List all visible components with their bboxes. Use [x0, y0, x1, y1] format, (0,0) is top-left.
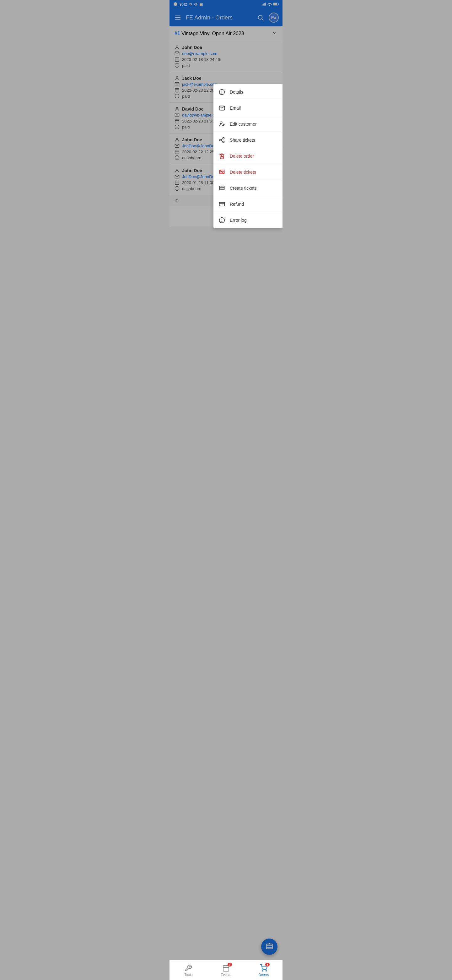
context-menu: Details Email Edit customer	[213, 84, 282, 228]
svg-line-65	[221, 138, 223, 140]
delete-tickets-icon	[219, 169, 225, 176]
email-envelope-icon	[219, 105, 225, 111]
info-circle-icon	[219, 89, 225, 95]
menu-item-share-tickets[interactable]: Share tickets	[213, 132, 282, 148]
svg-point-61	[223, 138, 224, 139]
menu-item-edit-customer[interactable]: Edit customer	[213, 116, 282, 132]
menu-item-create-tickets[interactable]: Create tickets	[213, 180, 282, 196]
create-tickets-icon	[219, 185, 225, 192]
menu-item-error-log[interactable]: Error log	[213, 212, 282, 228]
menu-item-email[interactable]: Email	[213, 100, 282, 116]
share-icon	[219, 137, 225, 143]
menu-label-delete-order: Delete order	[230, 154, 254, 159]
svg-point-60	[220, 122, 222, 124]
svg-point-62	[220, 140, 221, 141]
menu-label-create-tickets: Create tickets	[230, 186, 257, 191]
menu-label-delete-tickets: Delete tickets	[230, 170, 256, 175]
menu-item-delete-tickets[interactable]: Delete tickets	[213, 164, 282, 180]
delete-order-icon	[219, 153, 225, 159]
menu-label-details: Details	[230, 89, 243, 95]
edit-person-icon	[219, 121, 225, 127]
menu-label-refund: Refund	[230, 202, 244, 207]
menu-label-share-tickets: Share tickets	[230, 138, 255, 143]
svg-point-80	[222, 221, 222, 222]
svg-rect-76	[219, 202, 225, 206]
error-log-icon	[219, 217, 225, 224]
svg-line-64	[221, 140, 223, 142]
menu-label-error-log: Error log	[230, 218, 247, 223]
menu-item-details[interactable]: Details	[213, 84, 282, 100]
refund-icon	[219, 201, 225, 208]
menu-label-edit-customer: Edit customer	[230, 122, 257, 127]
menu-item-refund[interactable]: Refund	[213, 196, 282, 212]
menu-item-delete-order[interactable]: Delete order	[213, 148, 282, 164]
menu-label-email: Email	[230, 105, 241, 111]
svg-point-63	[223, 141, 224, 143]
